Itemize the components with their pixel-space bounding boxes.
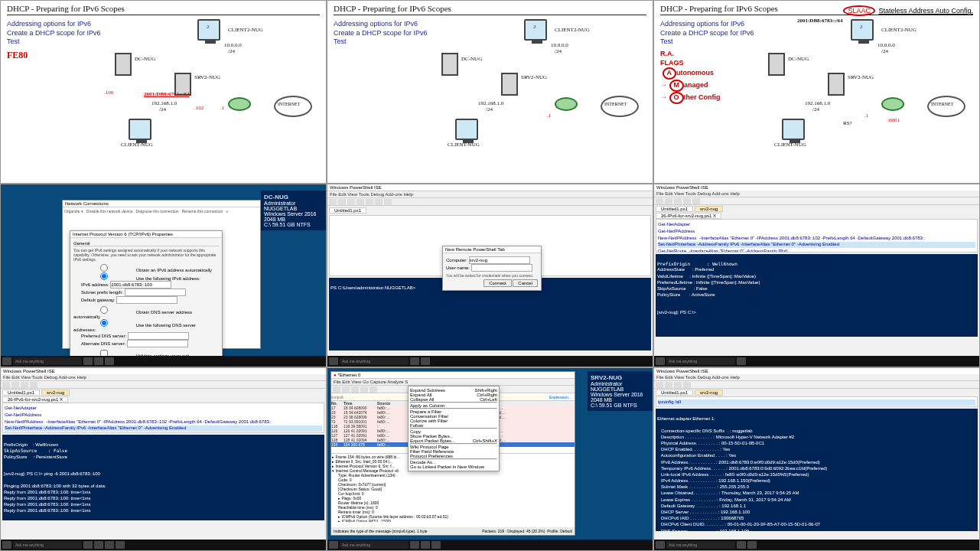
expression-link[interactable]: Expression...: [546, 395, 575, 399]
cancel-button[interactable]: Cancel: [513, 279, 538, 287]
ise-toolbar[interactable]: [327, 198, 653, 206]
slaac-label: SLAAC: [843, 5, 875, 16]
network-diagram: 2001:DB8:6783::/64 2 CLIENT2-NUG 10.0.0.…: [767, 19, 973, 172]
ipv6-address-input[interactable]: [110, 281, 171, 289]
internet-cloud: [274, 96, 312, 117]
ipv6-prefix: 2001:DB8:6783::/64: [144, 91, 190, 97]
script-tab[interactable]: 26-IPv6-for-srv2-nug.ps1 X: [656, 213, 721, 219]
remote-tab-dialog[interactable]: New Remote PowerShell Tab Computer: User…: [442, 246, 542, 291]
connect-button[interactable]: Connect: [483, 279, 511, 287]
dns-alt-input[interactable]: [127, 340, 188, 347]
network-diagram: 2 CLIENT2-NUG 10.0.0.0 /24 DC-NUG SRV2-N…: [113, 19, 320, 172]
console-pane[interactable]: Ethernet adapter Ethernet 1: Connection-…: [656, 409, 978, 531]
start-button[interactable]: [2, 357, 11, 365]
dc-icon: [115, 53, 132, 76]
ise-ipconfig-screen: Windows PowerShell ISE File Edit View To…: [653, 367, 980, 551]
wireshark-window[interactable]: ● *Ethernet 0 File Edit View Go Capture …: [330, 371, 575, 536]
ipv6-prefix-top: 2001:DB8:6783::/64: [797, 18, 843, 24]
dialog-title: Internet Protocol Version 6 (TCP/IPv6) P…: [70, 231, 222, 238]
console-pane[interactable]: PrefixOrigin : WellKnown AddressState : …: [656, 254, 978, 337]
computer-input[interactable]: [469, 256, 530, 264]
auto-addr-radio[interactable]: [73, 264, 135, 272]
router-icon: [228, 97, 251, 111]
client-icon: [129, 119, 151, 140]
host-label: SRV2-NUG: [591, 374, 650, 381]
ise-ping-screen: Windows PowerShell ISE File Edit View To…: [0, 367, 327, 551]
taskbar[interactable]: Ask me anything: [1, 356, 326, 367]
wireshark-screen: SRV2-NUG Administrator NUGGETLAB Windows…: [327, 367, 653, 551]
script-pane[interactable]: Get-NetAdapter Get-NetIPAddress New-NetI…: [2, 403, 324, 433]
context-menu[interactable]: Expand SubtreesShift+Right Expand AllCtr…: [408, 386, 500, 471]
client2-label: CLIENT2-NUG: [228, 27, 263, 33]
use-addr-radio[interactable]: [73, 272, 135, 280]
username-input[interactable]: [471, 264, 532, 272]
host-label: DC-NUG: [264, 194, 323, 201]
client2-icon: 2: [197, 19, 220, 41]
dns-pref-input[interactable]: [128, 332, 189, 340]
network-diagram: 2 CLIENT2-NUG 10.0.0.0 /24 DC-NUG SRV2-N…: [440, 19, 646, 172]
script-pane[interactable]: ipconfig /all: [656, 396, 978, 407]
whiteboard-panel-2: DHCP - Preparing for IPv6 Scopes Address…: [327, 0, 653, 184]
whiteboard-panel-3: DHCP - Preparing for IPv6 Scopes SLAAC S…: [653, 0, 980, 184]
ise-script-output: Windows PowerShell ISE File Edit View To…: [653, 184, 980, 367]
gateway-input[interactable]: [116, 296, 177, 304]
ise-remote-dialog-screen: Windows PowerShell ISE File Edit View To…: [327, 184, 653, 367]
tab-untitled[interactable]: Untitled1.ps1: [329, 207, 366, 214]
prefix-input[interactable]: [125, 289, 186, 296]
console-pane[interactable]: PrefixOrigin : WellKnown SkipAsSource : …: [2, 435, 324, 520]
ipv6-properties-dialog[interactable]: Internet Protocol Version 6 (TCP/IPv6) P…: [70, 230, 223, 367]
search-input[interactable]: Ask me anything: [13, 357, 82, 365]
ise-menu[interactable]: File Edit View Tools Debug Add-ons Help: [327, 191, 653, 198]
dc-desktop: DC-NUG Administrator NUGGETLAB Windows S…: [0, 184, 327, 367]
script-pane[interactable]: Get-NetAdapter Get-NetIPAddress New-NetI…: [656, 219, 978, 253]
whiteboard-panel-1: DHCP - Preparing for IPv6 Scopes Address…: [0, 0, 327, 184]
wb-title: DHCP - Preparing for IPv6 Scopes: [7, 4, 320, 15]
